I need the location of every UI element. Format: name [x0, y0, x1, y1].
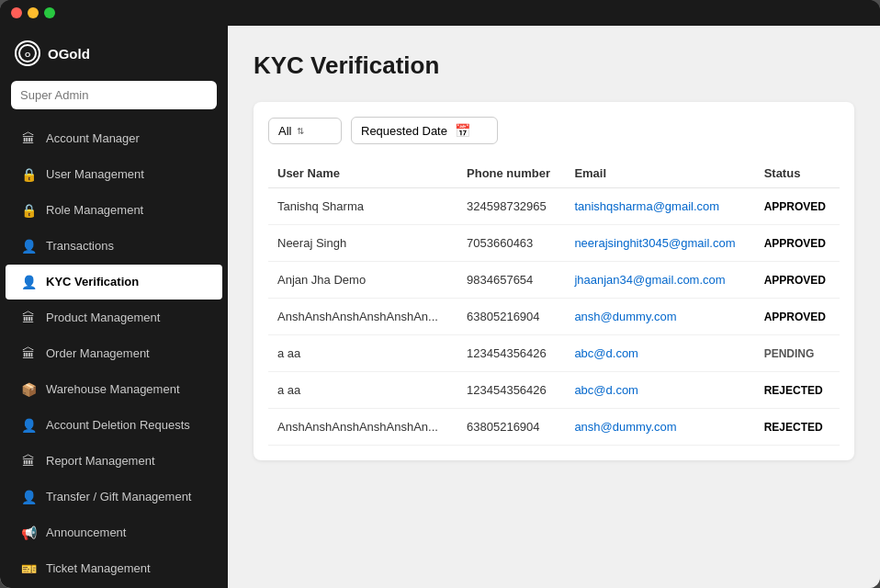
title-bar	[0, 0, 880, 26]
kyc-table: User NamePhone numberEmailStatus Tanishq…	[268, 159, 840, 446]
sidebar-item-transactions[interactable]: 👤 Transactions	[6, 229, 222, 264]
status-filter[interactable]: All ⇅	[268, 118, 342, 144]
cell-phone: 7053660463	[457, 225, 565, 262]
cell-username: AnshAnshAnshAnshAnshAn...	[268, 409, 457, 446]
sidebar-item-label: KYC Verification	[46, 275, 139, 290]
sidebar-item-label: Transactions	[46, 239, 114, 254]
nav-container: 🏛 Account Manager 🔒 User Management 🔒 Ro…	[0, 120, 228, 587]
app-body: O OGold 🏛 Account Manager 🔒 User Managem…	[0, 26, 880, 588]
table-row[interactable]: Tanishq Sharma324598732965tanishqsharma@…	[268, 188, 840, 225]
sidebar-item-kyc-verification[interactable]: 👤 KYC Verification	[6, 265, 222, 300]
sidebar-item-label: User Management	[46, 167, 144, 183]
sidebar-item-label: Transfer / Gift Management	[46, 490, 191, 505]
cell-email[interactable]: ansh@dummy.com	[565, 409, 754, 446]
close-button[interactable]	[11, 7, 22, 18]
sidebar-item-label: Account Manager	[46, 131, 140, 147]
table-controls: All ⇅ Requested Date 📅	[268, 117, 840, 144]
table-card: All ⇅ Requested Date 📅 User NamePhone nu…	[254, 102, 854, 460]
sidebar-item-label: Ticket Management	[46, 561, 151, 577]
cell-username: Tanishq Sharma	[268, 188, 457, 225]
sidebar-item-label: Order Management	[46, 346, 150, 362]
warehouse-management-icon: 📦	[20, 381, 37, 398]
date-filter[interactable]: Requested Date 📅	[351, 117, 498, 144]
cell-email[interactable]: abc@d.com	[565, 335, 754, 372]
col-user-name: User Name	[268, 159, 457, 188]
table-body: Tanishq Sharma324598732965tanishqsharma@…	[268, 188, 840, 446]
col-email: Email	[565, 159, 754, 188]
cell-status: APPROVED	[755, 262, 840, 299]
sidebar-item-product-management[interactable]: 🏛 Product Management	[6, 300, 222, 335]
cell-email[interactable]: neerajsinghit3045@gmail.com	[565, 225, 754, 262]
cell-username: Neeraj Singh	[268, 225, 457, 262]
cell-status: REJECTED	[755, 409, 840, 446]
chevron-down-icon: ⇅	[297, 126, 304, 136]
sidebar: O OGold 🏛 Account Manager 🔒 User Managem…	[0, 26, 228, 588]
ticket-management-icon: 🎫	[20, 560, 37, 577]
col-status: Status	[755, 159, 840, 188]
table-row[interactable]: a aa123454356426abc@d.comREJECTED	[268, 372, 840, 409]
table-row[interactable]: Anjan Jha Demo9834657654jhaanjan34@gmail…	[268, 262, 840, 299]
cell-status: APPROVED	[755, 299, 840, 335]
search-input[interactable]	[20, 88, 208, 102]
cell-email[interactable]: jhaanjan34@gmail.com.com	[565, 262, 754, 299]
cell-phone: 9834657654	[457, 262, 565, 299]
sidebar-item-warehouse-management[interactable]: 📦 Warehouse Management	[6, 372, 222, 407]
maximize-button[interactable]	[44, 7, 55, 18]
cell-email[interactable]: ansh@dummy.com	[565, 299, 754, 335]
date-placeholder: Requested Date	[361, 124, 447, 138]
sidebar-item-transfer-gift-management[interactable]: 👤 Transfer / Gift Management	[6, 480, 222, 514]
table-row[interactable]: AnshAnshAnshAnshAnshAn...63805216904ansh…	[268, 299, 840, 335]
table-header-row: User NamePhone numberEmailStatus	[268, 159, 840, 188]
cell-email[interactable]: tanishqsharma@gmail.com	[565, 188, 754, 225]
sidebar-item-label: Account Deletion Requests	[46, 418, 190, 434]
cell-phone: 123454356426	[457, 372, 565, 409]
sidebar-item-label: Product Management	[46, 311, 160, 326]
sidebar-item-report-management[interactable]: 🏛 Report Management	[6, 444, 222, 479]
svg-text:O: O	[25, 51, 30, 59]
logo-text: OGold	[48, 46, 90, 62]
sidebar-item-order-management[interactable]: 🏛 Order Management	[6, 336, 222, 371]
role-management-icon: 🔒	[20, 202, 37, 219]
cell-email[interactable]: abc@d.com	[565, 372, 754, 409]
logo: O OGold	[0, 26, 228, 77]
report-management-icon: 🏛	[20, 453, 37, 469]
sidebar-item-label: Role Management	[46, 203, 143, 219]
app-window: O OGold 🏛 Account Manager 🔒 User Managem…	[0, 0, 880, 588]
cell-username: a aa	[268, 335, 457, 372]
table-row[interactable]: AnshAnshAnshAnshAnshAn...63805216904ansh…	[268, 409, 840, 446]
cell-username: a aa	[268, 372, 457, 409]
table-row[interactable]: a aa123454356426abc@d.comPENDING	[268, 335, 840, 372]
cell-phone: 63805216904	[457, 299, 565, 335]
cell-status: APPROVED	[755, 225, 840, 262]
sidebar-item-announcement[interactable]: 📢 Announcement	[6, 515, 222, 550]
page-title: KYC Verification	[254, 51, 854, 80]
cell-status: REJECTED	[755, 372, 840, 409]
cell-phone: 324598732965	[457, 188, 565, 225]
cell-status: APPROVED	[755, 188, 840, 225]
minimize-button[interactable]	[28, 7, 39, 18]
cell-phone: 123454356426	[457, 335, 565, 372]
order-management-icon: 🏛	[20, 345, 37, 362]
cell-username: AnshAnshAnshAnshAnshAn...	[268, 299, 457, 335]
product-management-icon: 🏛	[20, 310, 37, 326]
announcement-icon: 📢	[20, 525, 37, 541]
user-management-icon: 🔒	[20, 166, 37, 183]
sidebar-item-label: Report Management	[46, 454, 155, 469]
sidebar-item-ticket-management[interactable]: 🎫 Ticket Management	[6, 551, 222, 586]
table-header: User NamePhone numberEmailStatus	[268, 159, 840, 188]
cell-phone: 63805216904	[457, 409, 565, 446]
sidebar-item-label: Announcement	[46, 526, 126, 541]
kyc-verification-icon: 👤	[20, 274, 37, 290]
table-row[interactable]: Neeraj Singh7053660463neerajsinghit3045@…	[268, 225, 840, 262]
cell-status: PENDING	[755, 335, 840, 372]
sidebar-item-account-manager[interactable]: 🏛 Account Manager	[6, 121, 222, 156]
transactions-icon: 👤	[20, 238, 37, 254]
sidebar-item-user-management[interactable]: 🔒 User Management	[6, 157, 222, 192]
logo-icon: O	[15, 40, 40, 66]
filter-value: All	[278, 124, 291, 138]
sidebar-item-role-management[interactable]: 🔒 Role Management	[6, 193, 222, 228]
account-deletion-requests-icon: 👤	[20, 417, 37, 434]
search-box[interactable]	[11, 81, 217, 109]
col-phone-number: Phone number	[457, 159, 565, 188]
sidebar-item-account-deletion-requests[interactable]: 👤 Account Deletion Requests	[6, 408, 222, 443]
